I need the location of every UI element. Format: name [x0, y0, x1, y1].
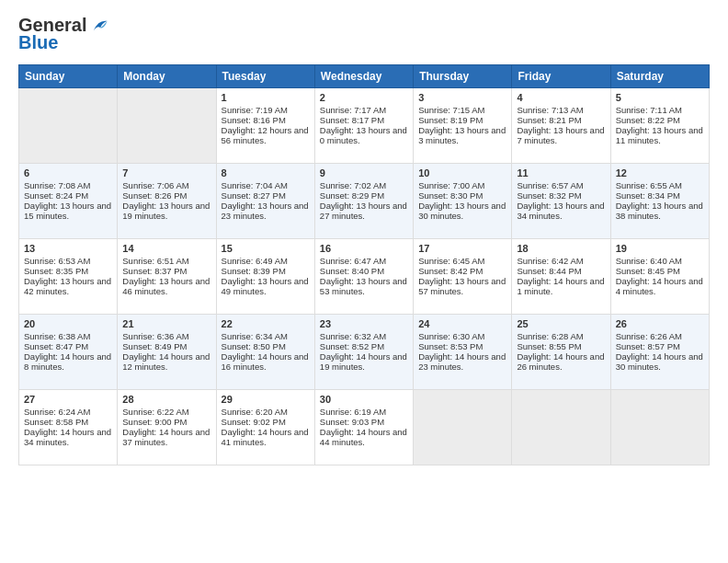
daylight-text: Daylight: 14 hours and 19 minutes.: [320, 351, 407, 372]
daylight-text: Daylight: 13 hours and 0 minutes.: [320, 125, 407, 145]
day-number: 4: [517, 92, 605, 103]
calendar-week-row: 27Sunrise: 6:24 AMSunset: 8:58 PMDayligh…: [19, 390, 710, 465]
sunset-text: Sunset: 8:27 PM: [222, 190, 286, 201]
calendar-cell: 4Sunrise: 7:13 AMSunset: 8:21 PMDaylight…: [512, 88, 610, 164]
calendar-cell: 19Sunrise: 6:40 AMSunset: 8:45 PMDayligh…: [610, 239, 709, 315]
daylight-text: Daylight: 13 hours and 46 minutes.: [122, 276, 210, 296]
daylight-text: Daylight: 13 hours and 7 minutes.: [517, 125, 604, 145]
calendar-cell: 10Sunrise: 7:00 AMSunset: 8:30 PMDayligh…: [414, 164, 512, 239]
calendar-cell: 11Sunrise: 6:57 AMSunset: 8:32 PMDayligh…: [512, 164, 610, 239]
calendar-cell: 2Sunrise: 7:17 AMSunset: 8:17 PMDaylight…: [314, 88, 413, 164]
calendar-cell: 25Sunrise: 6:28 AMSunset: 8:55 PMDayligh…: [512, 315, 610, 390]
calendar-week-row: 1Sunrise: 7:19 AMSunset: 8:16 PMDaylight…: [19, 88, 710, 164]
sunrise-text: Sunrise: 6:45 AM: [418, 256, 484, 266]
sunset-text: Sunset: 8:26 PM: [122, 190, 187, 201]
day-number: 28: [122, 394, 210, 405]
calendar-cell: 6Sunrise: 7:08 AMSunset: 8:24 PMDaylight…: [19, 164, 118, 239]
daylight-text: Daylight: 13 hours and 27 minutes.: [320, 201, 407, 221]
calendar-cell: [414, 390, 512, 465]
sunrise-text: Sunrise: 6:40 AM: [616, 256, 682, 266]
calendar-cell: 18Sunrise: 6:42 AMSunset: 8:44 PMDayligh…: [512, 239, 610, 315]
daylight-text: Daylight: 14 hours and 34 minutes.: [24, 427, 111, 447]
day-number: 21: [122, 318, 210, 329]
sunset-text: Sunset: 8:32 PM: [517, 190, 581, 201]
daylight-text: Daylight: 13 hours and 42 minutes.: [24, 276, 111, 296]
day-number: 29: [222, 394, 310, 405]
day-number: 11: [517, 167, 605, 178]
sunset-text: Sunset: 8:45 PM: [616, 266, 680, 276]
sunrise-text: Sunrise: 6:26 AM: [616, 331, 682, 341]
sunrise-text: Sunrise: 6:22 AM: [122, 407, 188, 417]
sunrise-text: Sunrise: 6:55 AM: [616, 180, 682, 190]
daylight-text: Daylight: 14 hours and 41 minutes.: [222, 427, 309, 447]
sunset-text: Sunset: 8:17 PM: [320, 115, 384, 125]
calendar-day-header: Thursday: [414, 65, 512, 88]
day-number: 10: [418, 167, 506, 178]
sunrise-text: Sunrise: 6:30 AM: [418, 331, 484, 341]
sunrise-text: Sunrise: 6:42 AM: [517, 256, 583, 266]
sunrise-text: Sunrise: 7:19 AM: [222, 105, 288, 115]
sunset-text: Sunset: 9:03 PM: [320, 417, 384, 427]
sunset-text: Sunset: 8:22 PM: [616, 115, 680, 125]
calendar-week-row: 6Sunrise: 7:08 AMSunset: 8:24 PMDaylight…: [19, 164, 710, 239]
sunset-text: Sunset: 8:52 PM: [320, 341, 384, 351]
daylight-text: Daylight: 14 hours and 37 minutes.: [122, 427, 210, 447]
sunset-text: Sunset: 8:44 PM: [517, 266, 581, 276]
calendar-cell: [19, 88, 118, 164]
calendar-cell: 13Sunrise: 6:53 AMSunset: 8:35 PMDayligh…: [19, 239, 118, 315]
calendar-cell: 28Sunrise: 6:22 AMSunset: 9:00 PMDayligh…: [118, 390, 216, 465]
calendar-cell: 5Sunrise: 7:11 AMSunset: 8:22 PMDaylight…: [610, 88, 709, 164]
calendar-day-header: Tuesday: [216, 65, 314, 88]
sunrise-text: Sunrise: 6:36 AM: [122, 331, 188, 341]
calendar-week-row: 13Sunrise: 6:53 AMSunset: 8:35 PMDayligh…: [19, 239, 710, 315]
sunrise-text: Sunrise: 7:06 AM: [122, 180, 188, 190]
daylight-text: Daylight: 14 hours and 8 minutes.: [24, 351, 111, 372]
logo-bird-icon: [88, 16, 108, 36]
sunrise-text: Sunrise: 7:17 AM: [320, 105, 386, 115]
sunrise-text: Sunrise: 7:04 AM: [222, 180, 288, 190]
calendar-cell: 9Sunrise: 7:02 AMSunset: 8:29 PMDaylight…: [314, 164, 413, 239]
sunset-text: Sunset: 8:55 PM: [517, 341, 581, 351]
calendar-cell: 20Sunrise: 6:38 AMSunset: 8:47 PMDayligh…: [19, 315, 118, 390]
calendar-week-row: 20Sunrise: 6:38 AMSunset: 8:47 PMDayligh…: [19, 315, 710, 390]
daylight-text: Daylight: 13 hours and 38 minutes.: [616, 201, 703, 221]
day-number: 2: [320, 92, 408, 103]
day-number: 5: [616, 92, 704, 103]
day-number: 7: [122, 167, 210, 178]
sunset-text: Sunset: 8:39 PM: [222, 266, 286, 276]
day-number: 15: [222, 243, 310, 254]
daylight-text: Daylight: 13 hours and 57 minutes.: [418, 276, 506, 296]
day-number: 12: [616, 167, 704, 178]
calendar-day-header: Friday: [512, 65, 610, 88]
day-number: 3: [418, 92, 506, 103]
sunrise-text: Sunrise: 7:02 AM: [320, 180, 386, 190]
day-number: 13: [24, 243, 112, 254]
calendar-cell: 27Sunrise: 6:24 AMSunset: 8:58 PMDayligh…: [19, 390, 118, 465]
sunset-text: Sunset: 9:00 PM: [122, 417, 187, 427]
calendar-cell: 26Sunrise: 6:26 AMSunset: 8:57 PMDayligh…: [610, 315, 709, 390]
day-number: 17: [418, 243, 506, 254]
sunrise-text: Sunrise: 7:08 AM: [24, 180, 90, 190]
sunset-text: Sunset: 8:42 PM: [418, 266, 483, 276]
sunset-text: Sunset: 8:35 PM: [24, 266, 88, 276]
calendar-cell: 29Sunrise: 6:20 AMSunset: 9:02 PMDayligh…: [216, 390, 314, 465]
calendar-day-header: Wednesday: [314, 65, 413, 88]
day-number: 19: [616, 243, 704, 254]
calendar-cell: 14Sunrise: 6:51 AMSunset: 8:37 PMDayligh…: [118, 239, 216, 315]
calendar-day-header: Saturday: [610, 65, 709, 88]
sunset-text: Sunset: 8:49 PM: [122, 341, 187, 351]
sunset-text: Sunset: 8:21 PM: [517, 115, 581, 125]
calendar-day-header: Monday: [118, 65, 216, 88]
day-number: 26: [616, 318, 704, 329]
day-number: 25: [517, 318, 605, 329]
sunrise-text: Sunrise: 7:15 AM: [418, 105, 484, 115]
calendar-cell: 1Sunrise: 7:19 AMSunset: 8:16 PMDaylight…: [216, 88, 314, 164]
sunset-text: Sunset: 8:16 PM: [222, 115, 286, 125]
sunrise-text: Sunrise: 6:49 AM: [222, 256, 288, 266]
calendar-cell: 3Sunrise: 7:15 AMSunset: 8:19 PMDaylight…: [414, 88, 512, 164]
daylight-text: Daylight: 13 hours and 19 minutes.: [122, 201, 210, 221]
daylight-text: Daylight: 14 hours and 4 minutes.: [616, 276, 703, 296]
sunrise-text: Sunrise: 6:57 AM: [517, 180, 583, 190]
day-number: 1: [222, 92, 310, 103]
page: General Blue SundayMondayTuesdayWednesda…: [0, 0, 728, 563]
